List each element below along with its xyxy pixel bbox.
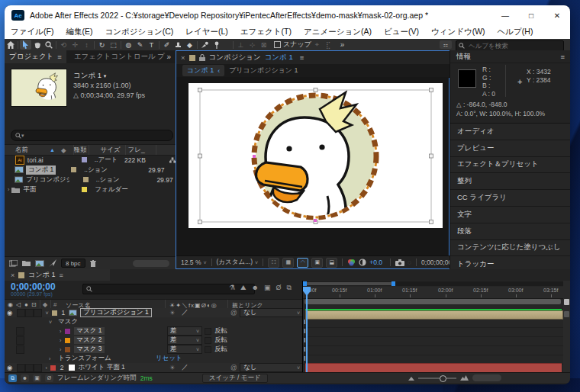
expand-layer-icon[interactable]: ˅ [45, 310, 48, 316]
roto-brush-tool-icon[interactable] [199, 40, 211, 50]
label-color-tan[interactable] [83, 177, 89, 182]
column-name[interactable]: 名前 [15, 146, 28, 155]
comp-button-icon[interactable] [564, 311, 569, 317]
adjust-icon[interactable] [49, 259, 56, 267]
tab-effect-controls[interactable]: エフェクトコントロール プリコン [66, 52, 166, 62]
timeline-scroll-pill[interactable] [472, 374, 501, 381]
panel-menu-icon[interactable]: ≡ [57, 53, 62, 61]
frame-blend-icon[interactable]: ▣ [264, 284, 271, 292]
panel-content-aware-fill[interactable]: コンテンツに応じた塗りつぶし [450, 240, 570, 257]
parent-dropdown[interactable]: なし ˅ [240, 308, 304, 317]
mask-feather-icon[interactable]: ⣏ [323, 40, 334, 50]
motion-blur-icon[interactable]: Ø [45, 374, 53, 382]
lock-icon[interactable] [199, 54, 205, 61]
puppet-pin-tool-icon[interactable] [211, 40, 222, 50]
guides-icon[interactable]: ⬓ [326, 258, 337, 268]
playhead-line[interactable] [306, 287, 308, 372]
solid-layer-bar[interactable] [305, 363, 562, 372]
camera-orbit-tool-icon[interactable]: ⟲ [58, 40, 69, 50]
new-folder-icon[interactable] [22, 260, 31, 266]
brush-tool-icon[interactable]: ✐ [161, 40, 172, 50]
world-axis-icon[interactable]: ⊹ [246, 40, 258, 50]
panel-menu-icon[interactable]: ≡ [300, 53, 304, 62]
exposure-value[interactable]: +0.0 [369, 259, 382, 266]
panel-menu-icon[interactable]: ≡ [59, 272, 63, 279]
view-axis-icon[interactable]: ⊠ [258, 40, 269, 50]
quality-best-icon[interactable]: ／ [182, 363, 188, 372]
time-ruler[interactable]: 0:00f 00:15f 01:00f 01:15f 02:00f 02:15f… [303, 287, 564, 299]
clone-stamp-tool-icon[interactable] [172, 40, 184, 50]
mask-name[interactable]: マスク 2 [74, 336, 104, 344]
close-tab-icon[interactable]: × [11, 272, 14, 279]
column-fps[interactable]: フレ_ [128, 146, 145, 155]
zoom-slider-knob[interactable] [440, 375, 446, 382]
composition-mini-flowchart-icon[interactable]: ⧉ [8, 374, 17, 382]
mask-mode-dropdown[interactable]: 差 ˅ [167, 345, 202, 354]
layer-name-editbox[interactable]: プリコンポジション 1 [80, 308, 151, 317]
panel-align[interactable]: 整列 [450, 173, 570, 190]
hide-shy-layers-icon[interactable]: ☻ [21, 374, 29, 382]
channel-icon[interactable] [347, 259, 356, 266]
quality-icon[interactable]: ☀ [169, 309, 176, 316]
invert-checkbox[interactable] [205, 346, 211, 353]
project-row-tori[interactable]: Ai tori.ai ..アート 222 KB [5, 155, 176, 165]
horizontal-scrollbar[interactable] [133, 260, 169, 267]
preview-timecode[interactable]: 0;00;00;00 [421, 259, 452, 266]
current-timecode[interactable]: 0;00;00;00 [11, 281, 56, 292]
column-type[interactable]: 種類 [73, 146, 86, 155]
close-button[interactable]: ✕ [544, 5, 570, 25]
new-composition-icon[interactable] [35, 260, 44, 267]
layer-name[interactable]: ホワイト 平面 1 [79, 363, 125, 372]
label-column-icon[interactable]: ◆ [61, 146, 66, 154]
composition-canvas[interactable] [188, 83, 443, 228]
panel-cc-libraries[interactable]: CC ライブラリ [450, 190, 570, 207]
label-color-yellow[interactable] [82, 187, 87, 192]
selection-tool-icon[interactable] [20, 40, 31, 50]
parent-dropdown[interactable]: なし ˅ [240, 363, 304, 372]
invert-checkbox[interactable] [205, 328, 211, 335]
menu-layer[interactable]: レイヤー(L) [179, 27, 234, 37]
collapse-group-icon[interactable]: ˅ [49, 320, 52, 325]
pickwhip-icon[interactable]: @ [230, 364, 237, 371]
column-size[interactable]: サイズ [100, 146, 120, 155]
resolution-dropdown[interactable]: (カスタム...) ˅ [217, 258, 259, 267]
mask-mode-dropdown[interactable]: 差 ˅ [167, 336, 202, 345]
magnification-dropdown[interactable]: 12.5 % ˅ [181, 259, 207, 266]
workspace-icon[interactable]: ⚏ [440, 40, 452, 49]
minimize-button[interactable]: — [492, 5, 518, 25]
close-tab-icon[interactable]: × [181, 53, 185, 62]
snap-toggle[interactable]: スナップ [274, 40, 311, 50]
quality-icon[interactable]: ☀ [169, 364, 176, 371]
comp-marker-bin-icon[interactable] [564, 299, 569, 305]
switches-modes-button[interactable]: スイッチ / モード [202, 374, 268, 383]
flag-icon[interactable]: ▾ [104, 73, 107, 79]
rotation-tool-icon[interactable]: ↻ [96, 40, 108, 50]
expand-mask-icon[interactable]: › [60, 347, 61, 352]
mask-color-chip[interactable] [65, 347, 70, 352]
mask-color-chip[interactable] [65, 338, 70, 343]
label-color-tan[interactable] [71, 167, 76, 172]
local-axis-icon[interactable]: ⊥ [235, 40, 246, 50]
precomposition-layer-bar[interactable] [305, 310, 563, 320]
exposure-icon[interactable] [359, 259, 366, 266]
shy-icon[interactable]: ☻ [252, 284, 259, 292]
invert-checkbox[interactable] [205, 337, 211, 344]
panel-preview[interactable]: プレビュー [450, 140, 570, 157]
project-row-comp1[interactable]: コンポ 1 ..ション 29.97 [5, 165, 176, 175]
work-area-bar[interactable] [304, 299, 561, 304]
menu-help[interactable]: ヘルプ(H) [491, 27, 540, 37]
breadcrumb-back-icon[interactable]: ‹ [218, 67, 220, 75]
menu-animation[interactable]: アニメーション(A) [298, 27, 378, 37]
interpret-footage-icon[interactable] [9, 260, 18, 267]
mask-name[interactable]: マスク 3 [74, 345, 104, 353]
graph-editor-icon[interactable]: ⧉ [287, 284, 292, 292]
expand-layer-icon[interactable]: › [45, 365, 47, 371]
tab-project[interactable]: プロジェクト ≡ [5, 50, 66, 63]
expand-transform-icon[interactable]: › [49, 356, 50, 361]
layer-label-color[interactable] [52, 310, 57, 316]
menu-composition[interactable]: コンポジション(C) [98, 27, 179, 37]
eraser-tool-icon[interactable]: ◆ [184, 40, 195, 50]
toolbar-overflow-icon[interactable]: » [340, 40, 345, 49]
panel-menu-icon[interactable]: ≡ [560, 53, 565, 61]
pen-tool-icon[interactable]: ✎ [134, 40, 146, 50]
